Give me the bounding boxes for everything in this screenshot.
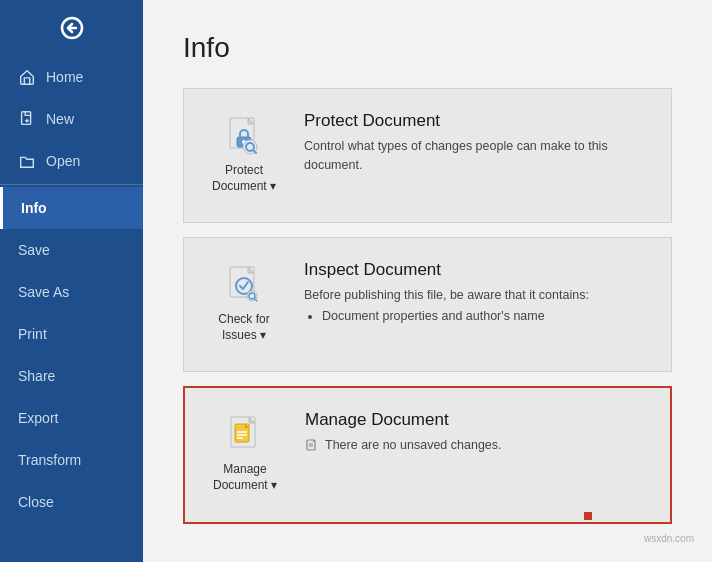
sidebar-item-info[interactable]: Info (0, 187, 143, 229)
sidebar-item-share-label: Share (18, 368, 55, 384)
watermark: wsxdn.com (644, 533, 694, 544)
manage-document-button[interactable]: ManageDocument ▾ (205, 408, 285, 501)
main-content: Info ProtectDocument ▾ Protect Document … (143, 0, 712, 562)
inspect-bullet-1: Document properties and author's name (322, 307, 651, 326)
sidebar-item-home[interactable]: Home (0, 56, 143, 98)
sidebar-item-close-label: Close (18, 494, 54, 510)
manage-desc-icon (305, 439, 319, 453)
inspect-document-bullets: Document properties and author's name (322, 307, 651, 326)
sidebar-item-share[interactable]: Share (0, 355, 143, 397)
svg-rect-2 (22, 112, 31, 125)
manage-document-title: Manage Document (305, 410, 650, 430)
manage-document-desc: There are no unsaved changes. (305, 436, 650, 458)
sidebar-item-info-label: Info (21, 200, 47, 216)
sidebar-item-export-label: Export (18, 410, 58, 426)
sidebar-item-new[interactable]: New (0, 98, 143, 140)
manage-document-info: Manage Document There are no unsaved cha… (305, 408, 650, 458)
inspect-document-info: Inspect Document Before publishing this … (304, 258, 651, 326)
protect-document-title: Protect Document (304, 111, 651, 131)
sidebar: Home New Open Info Save Save As Print Sh… (0, 0, 143, 562)
sidebar-item-export[interactable]: Export (0, 397, 143, 439)
manage-document-icon-label: ManageDocument ▾ (213, 462, 277, 493)
protect-document-section: ProtectDocument ▾ Protect Document Contr… (183, 88, 672, 223)
sidebar-item-save-label: Save (18, 242, 50, 258)
sidebar-item-home-label: Home (46, 69, 83, 85)
page-title: Info (183, 32, 672, 64)
manage-document-section: ManageDocument ▾ Manage Document There a… (183, 386, 672, 523)
sidebar-item-open-label: Open (46, 153, 80, 169)
red-indicator (584, 512, 592, 520)
inspect-document-icon-label: Check forIssues ▾ (218, 312, 269, 343)
sidebar-item-transform-label: Transform (18, 452, 81, 468)
sidebar-item-saveas-label: Save As (18, 284, 69, 300)
sidebar-item-save[interactable]: Save (0, 229, 143, 271)
inspect-document-section: Check forIssues ▾ Inspect Document Befor… (183, 237, 672, 372)
inspect-document-button[interactable]: Check forIssues ▾ (204, 258, 284, 351)
sidebar-item-print[interactable]: Print (0, 313, 143, 355)
inspect-document-desc: Before publishing this file, be aware th… (304, 286, 651, 326)
protect-document-desc: Control what types of changes people can… (304, 137, 651, 175)
protect-document-icon-label: ProtectDocument ▾ (212, 163, 276, 194)
protect-document-button[interactable]: ProtectDocument ▾ (204, 109, 284, 202)
inspect-document-title: Inspect Document (304, 260, 651, 280)
sidebar-item-open[interactable]: Open (0, 140, 143, 182)
sidebar-item-saveas[interactable]: Save As (0, 271, 143, 313)
sidebar-item-close[interactable]: Close (0, 481, 143, 523)
protect-document-info: Protect Document Control what types of c… (304, 109, 651, 175)
back-button[interactable] (0, 0, 143, 56)
sidebar-item-transform[interactable]: Transform (0, 439, 143, 481)
sidebar-item-print-label: Print (18, 326, 47, 342)
sidebar-item-new-label: New (46, 111, 74, 127)
